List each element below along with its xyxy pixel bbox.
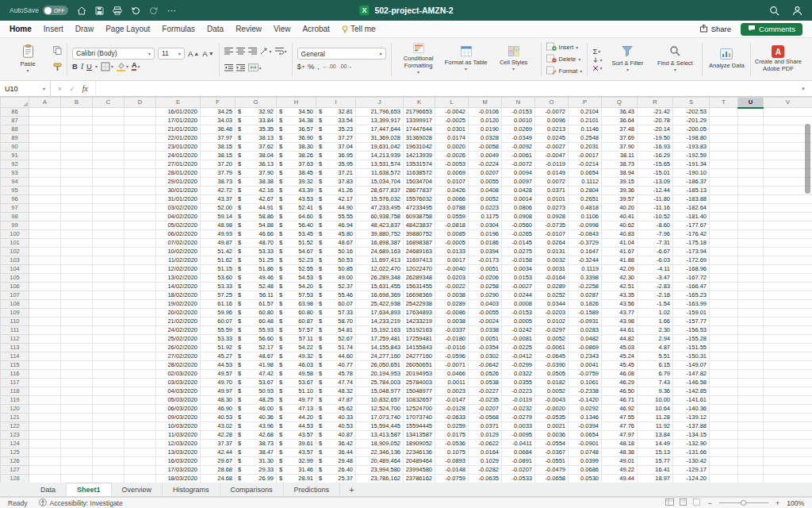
cell-M100[interactable]: 0.0196 <box>469 230 502 239</box>
cell-D114[interactable] <box>124 352 156 361</box>
cell-Q91[interactable]: 38.11 <box>602 152 638 160</box>
cell-G116[interactable]: $47.42 <box>236 370 277 379</box>
cell-R94[interactable]: -13.09 <box>638 178 673 187</box>
cell-G126[interactable]: $31.30 <box>236 457 277 466</box>
cell-B96[interactable] <box>61 195 93 204</box>
cell-J98[interactable]: 60,938,758 <box>356 213 404 221</box>
cell-F109[interactable]: 59.96 <box>201 309 236 318</box>
row-header-115[interactable]: 115 <box>1 361 29 370</box>
cell-J112[interactable]: 17,259,481 <box>356 335 404 344</box>
cell-Q102[interactable]: 41.67 <box>602 248 638 256</box>
cell-A100[interactable] <box>29 230 61 239</box>
cell-M106[interactable]: 0.0258 <box>469 283 502 291</box>
cell-S110[interactable]: -157.77 <box>673 318 710 326</box>
cell-D96[interactable] <box>124 195 156 204</box>
cell-Q106[interactable]: 42.51 <box>602 283 638 291</box>
cell-H99[interactable]: $56.40 <box>277 221 316 230</box>
cell-I99[interactable]: $46.94 <box>316 221 356 230</box>
cell-A90[interactable] <box>29 143 61 152</box>
cell-L117[interactable]: 0.0011 <box>435 379 469 387</box>
align-left-icon[interactable] <box>224 44 233 58</box>
cell-T117[interactable] <box>710 379 738 387</box>
cell-M90[interactable]: -0.0058 <box>469 143 502 152</box>
cell-R103[interactable]: -6.03 <box>638 256 673 265</box>
cell-S112[interactable]: -155.28 <box>673 335 710 344</box>
cell-S99[interactable]: -177.67 <box>673 221 710 230</box>
cell-U103[interactable] <box>738 256 764 265</box>
column-header-D[interactable]: D <box>124 98 156 108</box>
cell-K97[interactable]: 47233495 <box>404 204 435 213</box>
cell-N125[interactable]: 0.0684 <box>502 448 535 457</box>
cell-L106[interactable]: -0.0022 <box>435 283 469 291</box>
clear-button[interactable]: ▾ <box>592 65 602 71</box>
cell-D125[interactable] <box>124 448 156 457</box>
cell-T93[interactable] <box>710 169 738 178</box>
cell-T98[interactable] <box>710 213 738 221</box>
cell-S119[interactable]: -141.61 <box>673 396 710 405</box>
cell-C115[interactable] <box>93 361 124 370</box>
cell-N113[interactable]: -0.0225 <box>502 344 535 352</box>
row-header-103[interactable]: 103 <box>1 256 29 265</box>
cell-O102[interactable]: 0.0131 <box>535 248 569 256</box>
copy-icon[interactable] <box>53 44 62 58</box>
cell-C109[interactable] <box>93 309 124 318</box>
cell-P123[interactable]: 0.0654 <box>569 431 602 440</box>
cell-L122[interactable]: 0.0259 <box>435 422 469 431</box>
cell-D105[interactable] <box>124 274 156 283</box>
cell-I119[interactable]: $47.87 <box>316 396 356 405</box>
align-right-icon[interactable] <box>248 44 257 58</box>
cell-J104[interactable]: 12,022,470 <box>356 265 404 274</box>
cell-S93[interactable]: -190.10 <box>673 169 710 178</box>
cell-S107[interactable]: -165.23 <box>673 291 710 300</box>
cell-I124[interactable]: $36.42 <box>316 440 356 448</box>
cell-R92[interactable]: -15.65 <box>638 160 673 169</box>
cell-E105[interactable]: 13/02/2020 <box>156 274 201 283</box>
cell-P125[interactable]: 0.0748 <box>569 448 602 457</box>
row-header-97[interactable]: 97 <box>1 204 29 213</box>
cell-H106[interactable]: $54.20 <box>277 283 316 291</box>
cell-T126[interactable] <box>710 457 738 466</box>
cell-G118[interactable]: $50.93 <box>236 387 277 396</box>
sheet-tab-sheet1[interactable]: Sheet1 <box>67 483 112 496</box>
cell-J94[interactable]: 15,034,704 <box>356 178 404 187</box>
cell-C95[interactable] <box>93 187 124 195</box>
cell-P110[interactable]: -0.0931 <box>569 318 602 326</box>
cell-F116[interactable]: 49.57 <box>201 370 236 379</box>
cell-D123[interactable] <box>124 431 156 440</box>
cell-S117[interactable]: -146.58 <box>673 379 710 387</box>
cell-G111[interactable]: $55.93 <box>236 326 277 335</box>
cell-Q124[interactable]: 48.18 <box>602 440 638 448</box>
cell-H108[interactable]: $63.98 <box>277 300 316 309</box>
cell-R88[interactable]: -20.14 <box>638 125 673 134</box>
cell-Q94[interactable]: 39.15 <box>602 178 638 187</box>
cell-T100[interactable] <box>710 230 738 239</box>
column-header-H[interactable]: H <box>277 98 316 108</box>
decrease-font-size-button[interactable]: A▼ <box>202 49 213 58</box>
cell-L124[interactable]: -0.0536 <box>435 440 469 448</box>
cell-Q115[interactable]: 45.45 <box>602 361 638 370</box>
cell-A106[interactable] <box>29 283 61 291</box>
cell-H128[interactable]: $28.91 <box>277 475 316 483</box>
cell-U93[interactable] <box>738 169 764 178</box>
cell-S104[interactable]: -168.96 <box>673 265 710 274</box>
cell-A120[interactable] <box>29 405 61 414</box>
cell-U100[interactable] <box>738 230 764 239</box>
cell-I102[interactable]: $50.16 <box>316 248 356 256</box>
sheet-tab-predictions[interactable]: Predictions <box>284 483 341 496</box>
cell-T104[interactable] <box>710 265 738 274</box>
cell-P109[interactable]: -0.1589 <box>569 309 602 318</box>
cell-I89[interactable]: $37.27 <box>316 134 356 143</box>
cell-N114[interactable]: -0.0412 <box>502 352 535 361</box>
cell-T102[interactable] <box>710 248 738 256</box>
cell-P90[interactable]: 0.2031 <box>569 143 602 152</box>
cell-A108[interactable] <box>29 300 61 309</box>
cell-O106[interactable]: 0.0289 <box>535 283 569 291</box>
cell-Q127[interactable]: 49.22 <box>602 466 638 475</box>
cell-L116[interactable]: 0.0466 <box>435 370 469 379</box>
redo-icon[interactable] <box>149 6 159 15</box>
cell-H117[interactable]: $53.67 <box>277 379 316 387</box>
cell-A105[interactable] <box>29 274 61 283</box>
cell-B86[interactable] <box>61 108 93 117</box>
cell-A110[interactable] <box>29 318 61 326</box>
row-header-86[interactable]: 86 <box>1 108 29 117</box>
